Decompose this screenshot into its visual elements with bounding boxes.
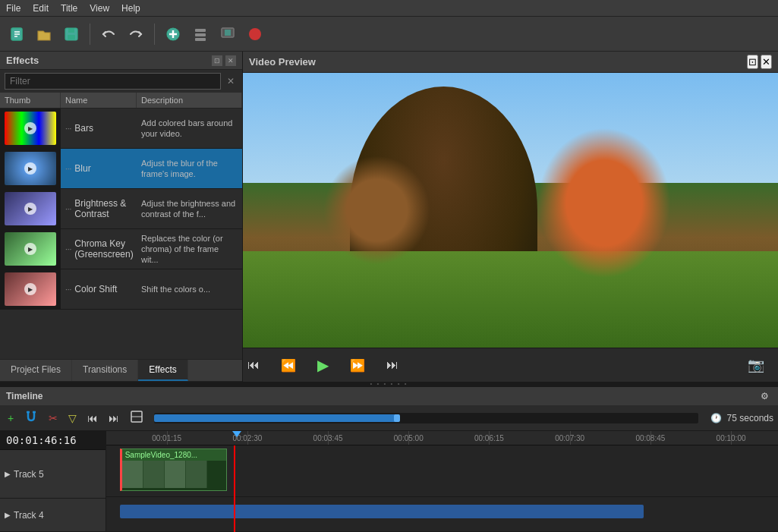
chroma-name-cell: ··· Chroma Key (Greenscreen) (61, 235, 137, 263)
tl-scroll-area[interactable] (154, 413, 698, 423)
track5-name: Track 5 (14, 469, 44, 480)
tl-timecode: 00:01:46:16 (0, 431, 106, 450)
bars-name-cell: ··· Bars (61, 120, 137, 137)
screenshot-button[interactable]: 📷 (743, 354, 769, 376)
chroma-thumb-image: ▶ (5, 232, 56, 266)
track4-bar (120, 505, 644, 518)
effect-row-bars[interactable]: ▶ ··· Bars Add colored bars around your … (0, 109, 242, 149)
tl-jump-end-button[interactable]: ⏭ (106, 411, 122, 426)
effect-row-blur[interactable]: ▶ ··· Blur Adjust the blur of the frame'… (0, 149, 242, 189)
scene-squirrel (323, 156, 430, 266)
export-button[interactable] (216, 22, 240, 46)
timeline-title: Timeline (6, 391, 43, 401)
playhead-ruler-indicator (232, 431, 241, 437)
timeline: Timeline ⚙ + ✂ ▽ ⏮ ⏭ 🕐 75 seconds (0, 386, 778, 532)
col-name: Name (61, 93, 137, 108)
menu-file[interactable]: File (0, 2, 27, 15)
col-desc: Description (137, 93, 242, 108)
tl-jump-start-button[interactable]: ⏮ (84, 411, 101, 426)
effects-close-button[interactable]: ✕ (225, 55, 236, 66)
effect-row-chroma[interactable]: ▶ ··· Chroma Key (Greenscreen) Replaces … (0, 229, 242, 269)
tl-cut-button[interactable]: ✂ (46, 411, 61, 426)
layers-button[interactable] (188, 22, 213, 46)
clip-filmstrip (122, 461, 227, 490)
skip-forward-button[interactable]: ⏭ (382, 355, 403, 375)
video-float-button[interactable]: ⊡ (747, 55, 758, 69)
effect-row-color[interactable]: ▶ ··· Color Shift Shift the colors o... (0, 269, 242, 310)
tl-filter-button[interactable]: ▽ (65, 411, 80, 426)
track4-area[interactable] (106, 497, 778, 532)
timeline-settings-button[interactable]: ⚙ (758, 389, 772, 403)
menu-view[interactable]: View (83, 2, 115, 15)
skip-back-button[interactable]: ⏮ (243, 355, 264, 375)
effects-panel: Effects ⊡ ✕ ✕ Thumb Name Description (0, 52, 243, 382)
video-screen (243, 73, 778, 348)
filter-input[interactable] (5, 73, 221, 90)
ruler-label-7: 00:08:45 (635, 434, 665, 442)
save-button[interactable] (59, 22, 83, 46)
brightness-thumb-image: ▶ (5, 192, 56, 225)
tab-effects[interactable]: Effects (138, 360, 187, 381)
ruler-label-6: 00:07:30 (555, 434, 584, 442)
track4-arrow: ▶ (5, 511, 11, 519)
video-title: Video Preview (249, 56, 316, 68)
filter-row: ✕ (0, 70, 242, 93)
svg-rect-15 (225, 30, 231, 36)
undo-button[interactable] (96, 22, 121, 46)
tl-track4-label: ▶ Track 4 (0, 499, 106, 532)
tl-add-button[interactable]: + (5, 411, 17, 426)
fast-forward-button[interactable]: ⏩ (345, 355, 370, 376)
track5-arrow: ▶ (5, 470, 11, 478)
timeline-content: 00:01:46:16 ▶ Track 5 ▶ Track 4 00:01:15 (0, 431, 778, 532)
tab-project-files[interactable]: Project Files (0, 360, 72, 381)
brightness-name: Brightness & Contrast (74, 198, 132, 219)
video-controls: ⏮ ⏪ ▶ ⏩ ⏭ 📷 (243, 348, 778, 382)
new-button[interactable] (5, 22, 29, 46)
effects-table: Thumb Name Description ▶ ··· Bars (0, 93, 242, 359)
blur-thumb-play: ▶ (24, 162, 36, 175)
menu-help[interactable]: Help (115, 2, 146, 15)
effects-window-buttons: ⊡ ✕ (212, 55, 236, 66)
redo-button[interactable] (124, 22, 148, 46)
scene-fox (537, 127, 671, 279)
svg-rect-6 (68, 35, 75, 39)
blur-name: Blur (74, 163, 90, 174)
tl-seconds-value: 75 seconds (727, 413, 773, 423)
top-panels: Effects ⊡ ✕ ✕ Thumb Name Description (0, 52, 778, 382)
bars-desc: Add colored bars around your video. (137, 115, 242, 143)
color-thumb: ▶ (0, 269, 61, 309)
effect-row-brightness[interactable]: ▶ ··· Brightness & Contrast Adjust the b… (0, 189, 242, 229)
chroma-desc: Replaces the color (or chroma) of the fr… (137, 230, 242, 269)
col-thumb: Thumb (0, 93, 61, 108)
brightness-name-cell: ··· Brightness & Contrast (61, 195, 137, 222)
rewind-button[interactable]: ⏪ (276, 355, 301, 376)
tl-ruler: 00:01:15 00:02:30 00:03:45 00:05:00 00:0… (106, 431, 778, 445)
menu-edit[interactable]: Edit (27, 2, 55, 15)
tl-zoom-button[interactable] (127, 408, 146, 427)
record-button[interactable] (243, 22, 267, 46)
color-name: Color Shift (74, 284, 117, 294)
svg-point-16 (249, 28, 261, 40)
tl-magnet-button[interactable] (21, 408, 41, 427)
svg-rect-5 (68, 28, 74, 33)
video-close-button[interactable]: ✕ (761, 55, 772, 69)
playhead-triangle (232, 431, 241, 437)
filmstrip-frame (186, 461, 207, 488)
effects-float-button[interactable]: ⊡ (212, 55, 222, 66)
tl-playhead[interactable] (234, 445, 235, 532)
bars-name: Bars (74, 123, 93, 134)
menu-title[interactable]: Title (55, 2, 83, 15)
timeline-toolbar: + ✂ ▽ ⏮ ⏭ 🕐 75 seconds (0, 405, 778, 431)
open-button[interactable] (32, 22, 56, 46)
filter-clear-button[interactable]: ✕ (224, 74, 238, 88)
tl-seconds-label: 🕐 75 seconds (710, 413, 773, 423)
add-button[interactable] (161, 22, 185, 46)
filmstrip-frame (143, 461, 165, 488)
tab-transitions[interactable]: Transitions (72, 360, 138, 381)
tl-scroll-handle[interactable] (394, 414, 400, 422)
track5-area[interactable]: SampleVideo_1280... (106, 445, 778, 497)
video-clip[interactable]: SampleVideo_1280... (120, 449, 228, 491)
effects-panel-header: Effects ⊡ ✕ (0, 52, 242, 70)
ruler-label-8: 00:10:00 (717, 434, 746, 442)
play-button[interactable]: ▶ (313, 353, 333, 377)
